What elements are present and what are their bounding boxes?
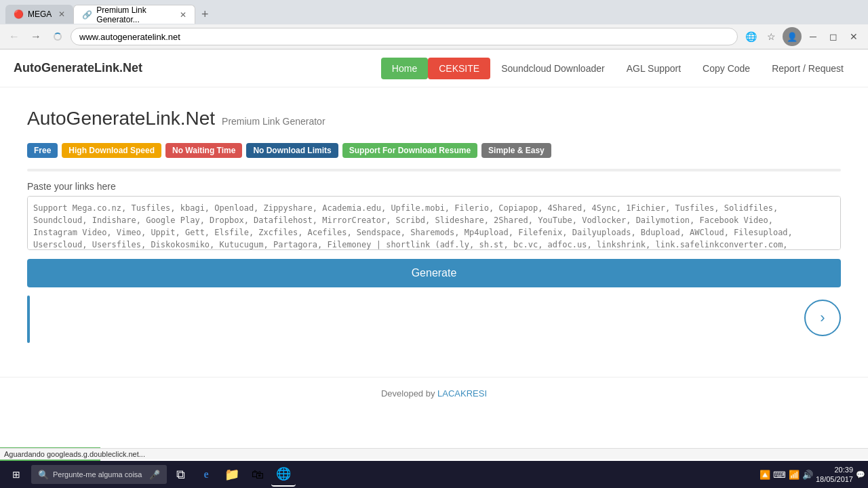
page-subtitle: Premium Link Generator (222, 116, 326, 127)
nav-copycode[interactable]: Copy Code (692, 58, 761, 79)
footer-link[interactable]: LACAKRESI (437, 388, 487, 399)
taskbar: ⊞ 🔍 Pergunte-me alguma coisa 🎤 ⧉ e 📁 🛍 🌐… (0, 461, 868, 462)
tab-autogenerate-label: Premium Link Generator... (96, 5, 173, 24)
feature-badges: Free High Download Speed No Waiting Time… (27, 143, 841, 158)
textarea-wrapper (27, 196, 841, 252)
tab-autogenerate[interactable]: 🔗 Premium Link Generator... ✕ (73, 5, 195, 24)
next-button[interactable]: › (804, 300, 841, 336)
page-title: AutoGenerateLink.Net (27, 108, 215, 129)
address-bar: ← → 🌐 ☆ 👤 ─ ◻ ✕ (0, 24, 868, 49)
maximize-icon[interactable]: ◻ (825, 28, 842, 45)
nav-agl[interactable]: AGL Support (616, 58, 692, 79)
status-bar: Aguardando googleads.g.doubleclick.net..… (0, 448, 868, 460)
badge-easy: Simple & Easy (481, 143, 551, 158)
tab-mega-close[interactable]: ✕ (58, 9, 65, 19)
page-content: AutoGenerateLink.Net Home CEKSITE Soundc… (0, 49, 868, 462)
nav-home[interactable]: Home (381, 58, 428, 79)
bookmark-icon[interactable]: ☆ (762, 28, 780, 45)
badge-resume: Support For Download Resume (342, 143, 477, 158)
status-text: Aguardando googleads.g.doubleclick.net..… (4, 450, 145, 458)
nav-ceksite[interactable]: CEKSITE (428, 58, 490, 79)
profile-icon[interactable]: 👤 (783, 27, 802, 46)
browser-action-icons: 🌐 ☆ 👤 ─ ◻ ✕ (742, 27, 863, 46)
badge-speed: High Download Speed (62, 143, 161, 158)
back-button[interactable]: ← (5, 28, 23, 45)
site-nav: AutoGenerateLink.Net Home CEKSITE Soundc… (0, 49, 868, 87)
generate-button[interactable]: Generate (27, 259, 841, 287)
nav-soundcloud[interactable]: Soundcloud Downloader (490, 58, 616, 79)
badge-limits: No Download Limits (246, 143, 338, 158)
new-tab-button[interactable]: + (195, 5, 214, 24)
autogenerate-favicon: 🔗 (82, 10, 92, 20)
address-input[interactable] (71, 28, 738, 45)
loading-spinner (54, 33, 62, 41)
nav-report[interactable]: Report / Request (761, 58, 854, 79)
tab-mega[interactable]: 🔴 MEGA ✕ (5, 5, 73, 24)
progress-bar-container (27, 169, 841, 171)
tab-autogenerate-close[interactable]: ✕ (180, 10, 186, 20)
forward-button[interactable]: → (27, 28, 45, 45)
footer-text: Developed by (381, 388, 437, 399)
profile-avatar: 👤 (787, 32, 797, 42)
reload-button[interactable] (49, 28, 66, 45)
tab-mega-label: MEGA (28, 9, 52, 19)
badge-waiting: No Waiting Time (165, 143, 242, 158)
nav-links: Home CEKSITE Soundcloud Downloader AGL S… (381, 58, 854, 79)
site-footer: Developed by LACAKRESI (0, 377, 868, 409)
close-browser-icon[interactable]: ✕ (845, 28, 863, 45)
mega-favicon: 🔴 (14, 9, 24, 19)
site-logo[interactable]: AutoGenerateLink.Net (14, 61, 142, 75)
links-textarea[interactable] (27, 196, 841, 250)
output-border (27, 296, 30, 343)
tab-bar: 🔴 MEGA ✕ 🔗 Premium Link Generator... ✕ + (0, 0, 868, 24)
browser-chrome: 🔴 MEGA ✕ 🔗 Premium Link Generator... ✕ +… (0, 0, 868, 49)
translate-icon[interactable]: 🌐 (742, 28, 760, 45)
paste-label: Paste your links here (27, 181, 841, 192)
main-content: AutoGenerateLink.Net Premium Link Genera… (0, 87, 868, 363)
page-title-row: AutoGenerateLink.Net Premium Link Genera… (27, 108, 841, 129)
output-area: › (27, 296, 841, 343)
badge-free: Free (27, 143, 58, 158)
minimize-icon[interactable]: ─ (804, 28, 822, 45)
